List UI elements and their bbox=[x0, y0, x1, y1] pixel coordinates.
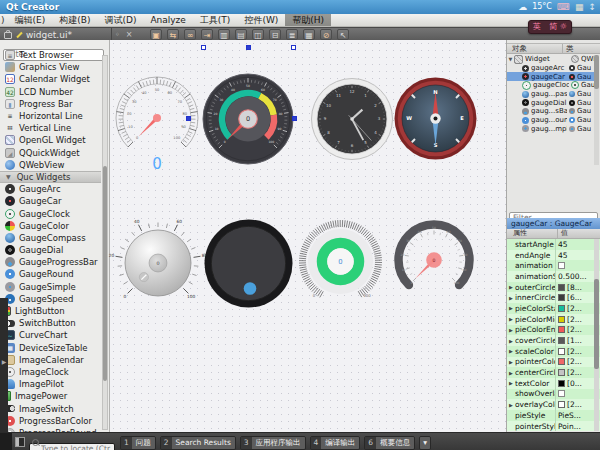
widget-list-item-gaugesimple[interactable]: GaugeSimple bbox=[0, 281, 101, 293]
property-expander-icon[interactable]: ▶ bbox=[507, 295, 515, 301]
gauge-progressbar-widget[interactable] bbox=[204, 219, 293, 308]
layout-grid-icon[interactable]: ▦ bbox=[303, 29, 315, 40]
property-row-animationstep[interactable]: animationStep0.500... bbox=[507, 271, 600, 282]
widget-list-item-gaugeround[interactable]: GaugeRound bbox=[0, 268, 101, 280]
widget-list-item-gaugecolor[interactable]: GaugeColor bbox=[0, 220, 101, 232]
widget-list-item-imageclock[interactable]: ImageClock bbox=[0, 366, 101, 378]
menu-item-d[interactable]: 调试(D) bbox=[97, 14, 143, 26]
scrollbar-thumb[interactable] bbox=[103, 166, 107, 381]
menu-item-analyze[interactable]: Analyze bbox=[143, 14, 192, 26]
menu-item-w[interactable]: 控件(W) bbox=[237, 14, 285, 26]
color-swatch[interactable] bbox=[558, 348, 565, 355]
property-column-header[interactable]: 属性 值 bbox=[507, 229, 600, 239]
property-row-scalecolor[interactable]: ▶scaleColor[2... bbox=[507, 346, 600, 357]
inspector-row-gaugsbar[interactable]: gaug...sBarGau bbox=[507, 107, 595, 116]
property-row-piecolorstart[interactable]: ▶pieColorStart[2... bbox=[507, 303, 600, 314]
ime-badge[interactable]: 英ゝ简 ☼ bbox=[528, 20, 572, 34]
scrollbar-thumb[interactable] bbox=[594, 279, 599, 369]
output-pane-button-2[interactable]: 2Search Results bbox=[160, 436, 236, 450]
sidebar-toggle-icon[interactable] bbox=[15, 437, 25, 447]
output-pane-more-button[interactable]: ▾ bbox=[419, 436, 431, 450]
inspector-row-gaugound[interactable]: gaug...oundGau bbox=[507, 116, 595, 125]
widget-list-item-gaugeprogressbar[interactable]: GaugeProgressBar bbox=[0, 256, 101, 268]
gauge-round-widget[interactable]: 00100 bbox=[296, 217, 385, 306]
gauge-arc-widget[interactable]: 01020304050607080901000 bbox=[112, 70, 202, 174]
color-swatch[interactable] bbox=[558, 401, 565, 408]
edit-signals-icon[interactable]: ⇆ bbox=[167, 29, 179, 40]
widget-list-item-graphics-view[interactable]: Graphics View bbox=[0, 61, 101, 73]
widget-list-item-progress-bar[interactable]: ▮Progress Bar bbox=[0, 98, 101, 110]
widget-list-item-gaugedial[interactable]: GaugeDial bbox=[0, 244, 101, 256]
property-row-innercirclecolor[interactable]: ▶innerCircleColor[6... bbox=[507, 292, 600, 303]
property-expander-icon[interactable]: ▶ bbox=[507, 380, 515, 386]
widget-list-item-opengl-widget[interactable]: OpenGL Widget bbox=[0, 134, 101, 146]
layout-horizontal-icon[interactable]: ▥ bbox=[218, 29, 230, 40]
widget-list-item-lcd-number[interactable]: 42LCD Number bbox=[0, 86, 101, 98]
widget-list-item-curvechart[interactable]: ~CurveChart bbox=[0, 329, 101, 341]
collapsed-sidebar-strip[interactable]: ▶ bbox=[0, 298, 8, 432]
inspector-row-gaugeclock[interactable]: gaugeClockGau bbox=[507, 81, 595, 90]
menu-item-fragment[interactable]: ) bbox=[0, 14, 8, 26]
checkbox-unchecked[interactable] bbox=[558, 262, 565, 269]
break-layout-icon[interactable]: ⊘ bbox=[320, 29, 332, 40]
widget-list-item-text-browser[interactable]: ≡Text Browser bbox=[0, 49, 101, 61]
property-row-overlaycolor[interactable]: ▶overlayColor[2... bbox=[507, 399, 600, 410]
updates-icon[interactable]: ↕ bbox=[588, 0, 596, 14]
property-expander-icon[interactable]: ▶ bbox=[507, 402, 515, 408]
menu-item-b[interactable]: 构建(B) bbox=[52, 14, 97, 26]
color-swatch[interactable] bbox=[558, 316, 565, 323]
pin-icon[interactable]: ◦ bbox=[115, 30, 120, 39]
widget-list-item-qquickwidget[interactable]: ◢QQuickWidget bbox=[0, 147, 101, 159]
property-expander-icon[interactable]: ▶ bbox=[507, 370, 515, 376]
inspector-row-gaugearc[interactable]: gaugeArcGau bbox=[507, 64, 595, 73]
color-swatch[interactable] bbox=[558, 294, 565, 301]
widget-list-item-imageswitch[interactable]: ImageSwitch bbox=[0, 402, 101, 414]
widget-list-item-switchbutton[interactable]: SwitchButton bbox=[0, 317, 101, 329]
widget-list-item-gaugearc[interactable]: GaugeArc bbox=[0, 183, 101, 195]
widget-list-item-progressbarcolor[interactable]: ProgressBarColor bbox=[0, 415, 101, 427]
scrollbar-thumb[interactable] bbox=[594, 55, 599, 89]
property-row-piestyle[interactable]: pieStylePieS... bbox=[507, 410, 600, 421]
property-expander-icon[interactable]: ▶ bbox=[507, 284, 515, 290]
layout-form-icon[interactable]: ≣ bbox=[286, 29, 298, 40]
inspector-row-gaugecar[interactable]: gaugeCarGau bbox=[507, 72, 595, 81]
property-row-outercirclecolor[interactable]: ▶outerCircleColor[8... bbox=[507, 282, 600, 293]
layout-vertical-icon[interactable]: ▤ bbox=[235, 29, 247, 40]
form-canvas[interactable]: 01020304050607080901000 0102030405060708… bbox=[110, 40, 506, 432]
widget-list-item-lightbutton[interactable]: LightButton bbox=[0, 305, 101, 317]
property-expander-icon[interactable]: ▶ bbox=[507, 327, 515, 333]
widget-list-item-calendar-widget[interactable]: 12Calendar Widget bbox=[0, 73, 101, 85]
calendar-icon[interactable]: ▦ bbox=[575, 0, 584, 14]
widget-list-item-imagecalendar[interactable]: ImageCalendar bbox=[0, 354, 101, 366]
inspector-row-gaugmple[interactable]: gaug...mpleGau bbox=[507, 125, 595, 134]
widget-list-item-qwebview[interactable]: QWebView bbox=[0, 159, 101, 171]
inspector-row-gaugpass[interactable]: gaug...passGau bbox=[507, 90, 595, 99]
property-expander-icon[interactable]: ▶ bbox=[507, 338, 515, 344]
selection-handle-right[interactable] bbox=[292, 116, 297, 121]
edit-buddies-icon[interactable]: ∞ bbox=[184, 29, 196, 40]
color-swatch[interactable] bbox=[558, 358, 565, 365]
property-expander-icon[interactable]: ▶ bbox=[507, 348, 515, 354]
edit-taborder-icon[interactable]: ⇥ bbox=[201, 29, 213, 40]
output-pane-button-6[interactable]: 6概要信息 bbox=[364, 436, 415, 450]
widget-list-item-gaugespeed[interactable]: GaugeSpeed bbox=[0, 293, 101, 305]
color-swatch[interactable] bbox=[558, 284, 565, 291]
widget-list-item-imagepilot[interactable]: ImagePilot bbox=[0, 378, 101, 390]
menu-item-h[interactable]: 帮助(H) bbox=[285, 14, 331, 26]
inspector-row-gaugedial[interactable]: gaugeDialGau bbox=[507, 98, 595, 107]
gauge-dial-widget[interactable]: 0204060801000 bbox=[108, 213, 208, 313]
selection-handle-top-left[interactable] bbox=[201, 45, 206, 50]
gauge-compass-widget[interactable]: NESW bbox=[394, 77, 477, 160]
output-pane-button-4[interactable]: 4编译输出 bbox=[310, 436, 361, 450]
edit-widgets-icon[interactable]: ▣ bbox=[150, 29, 162, 40]
color-swatch[interactable] bbox=[558, 305, 565, 312]
widget-list-item-imagepower[interactable]: ImagePower bbox=[0, 390, 101, 402]
locator-input[interactable] bbox=[29, 443, 115, 450]
property-row-endangle[interactable]: endAngle45 bbox=[507, 250, 600, 261]
locator[interactable] bbox=[29, 436, 115, 448]
color-swatch[interactable] bbox=[558, 326, 565, 333]
output-pane-button-1[interactable]: 1问题 bbox=[120, 436, 156, 450]
inspector-row-widget[interactable]: ▼WidgetQWi bbox=[507, 55, 595, 64]
color-swatch[interactable] bbox=[558, 337, 565, 344]
property-expander-icon[interactable]: ▶ bbox=[507, 305, 515, 311]
